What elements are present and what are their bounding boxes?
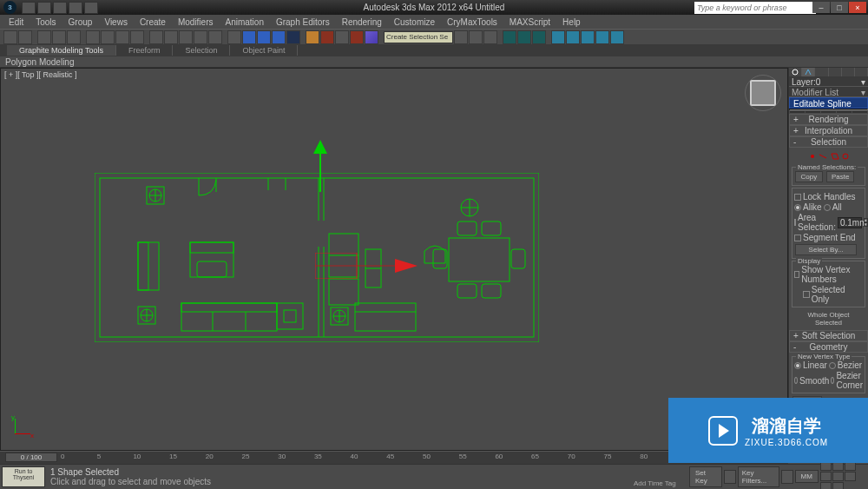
layer-icon[interactable] <box>350 30 364 44</box>
alike-radio[interactable] <box>794 204 801 211</box>
redo-icon[interactable] <box>18 30 32 44</box>
show-vertex-numbers-checkbox[interactable] <box>794 271 799 278</box>
ref-coord-icon[interactable] <box>194 30 207 44</box>
polygon-modeling-label[interactable]: Polygon Modeling <box>0 56 868 68</box>
smooth-radio[interactable] <box>794 377 798 384</box>
menu-modifiers[interactable]: Modifiers <box>173 17 219 28</box>
select-name-icon[interactable] <box>101 30 115 44</box>
spinner-snap-icon[interactable] <box>286 30 300 44</box>
select-icon[interactable] <box>86 30 100 44</box>
scale-icon[interactable] <box>179 30 193 44</box>
close-button[interactable]: × <box>849 2 866 13</box>
select-by-button[interactable]: Select By... <box>795 244 857 255</box>
area-selection-value[interactable]: 0.1mm <box>838 217 862 228</box>
align-icon[interactable] <box>335 30 349 44</box>
slate-icon[interactable] <box>610 30 624 44</box>
qat-redo-icon[interactable] <box>84 2 98 14</box>
fov-icon[interactable] <box>820 472 832 481</box>
menu-edit[interactable]: Edit <box>3 17 29 28</box>
rollout-interpolation[interactable]: +Interpolation <box>789 125 868 136</box>
qat-save-icon[interactable] <box>53 2 67 14</box>
menu-create[interactable]: Create <box>135 17 171 28</box>
tab-create-icon[interactable] <box>789 68 802 76</box>
menu-rendering[interactable]: Rendering <box>337 17 387 28</box>
render-region-icon[interactable] <box>517 30 531 44</box>
qat-undo-icon[interactable] <box>69 2 82 14</box>
tab-modify-icon[interactable] <box>802 68 815 76</box>
snap-toggle-icon[interactable] <box>242 30 256 44</box>
tab-motion-icon[interactable] <box>829 68 842 76</box>
pan-icon[interactable] <box>832 472 844 481</box>
lock-handles-checkbox[interactable] <box>794 194 801 201</box>
time-slider-handle[interactable]: 0 / 100 <box>5 453 57 462</box>
menu-graph-editors[interactable]: Graph Editors <box>271 17 335 28</box>
menu-group[interactable]: Group <box>63 17 98 28</box>
named-sel-icon[interactable] <box>306 30 319 44</box>
schematic-view-icon[interactable] <box>551 30 565 44</box>
tab-object-paint[interactable]: Object Paint <box>230 45 298 56</box>
modifier-list-dropdown[interactable]: Modifier List▾ <box>789 87 868 97</box>
maxscript-listener-button[interactable]: Run to Thyseni <box>2 466 45 487</box>
selection-set-combo[interactable] <box>384 31 453 43</box>
orbit-icon[interactable] <box>845 472 856 481</box>
menu-help[interactable]: Help <box>557 17 586 28</box>
rollout-geometry[interactable]: -Geometry <box>789 341 868 353</box>
rollout-selection[interactable]: -Selection <box>789 136 868 148</box>
tab-hierarchy-icon[interactable] <box>815 68 828 76</box>
tab-freeform[interactable]: Freeform <box>116 45 174 56</box>
tab-graphite-modeling[interactable]: Graphite Modeling Tools <box>7 45 116 56</box>
minimize-button[interactable]: – <box>812 2 830 13</box>
link-icon[interactable] <box>37 30 51 44</box>
show-end-result-icon[interactable] <box>806 111 820 113</box>
curve-editor-icon[interactable] <box>365 30 378 44</box>
key-filters-button[interactable]: Key Filters... <box>738 466 779 487</box>
menu-maxscript[interactable]: MAXScript <box>504 17 556 28</box>
tab-display-icon[interactable] <box>842 68 855 76</box>
maximize-viewport-icon[interactable] <box>820 482 832 489</box>
pin-stack-icon[interactable] <box>790 111 805 113</box>
add-time-tag-button[interactable]: Add Time Tag <box>634 479 676 487</box>
app-icon[interactable]: 3 <box>3 1 16 14</box>
tab-utilities-icon[interactable] <box>855 68 868 76</box>
render-frame-icon[interactable] <box>483 30 497 44</box>
render-icon[interactable] <box>503 30 516 44</box>
tab-selection[interactable]: Selection <box>173 45 230 56</box>
area-selection-checkbox[interactable] <box>794 219 796 226</box>
angle-snap-icon[interactable] <box>257 30 271 44</box>
move-icon[interactable] <box>149 30 163 44</box>
gizmo-y-arrow-icon[interactable] <box>312 140 329 192</box>
container-icon[interactable] <box>595 30 609 44</box>
help-search-input[interactable] <box>694 2 816 14</box>
unlink-icon[interactable] <box>52 30 66 44</box>
qat-new-icon[interactable] <box>22 2 36 14</box>
viewcube-face-icon[interactable] <box>750 80 776 106</box>
segment-end-checkbox[interactable] <box>794 235 801 241</box>
configure-sets-icon[interactable] <box>852 111 867 113</box>
maximize-button[interactable]: □ <box>831 2 848 13</box>
viewcube[interactable] <box>746 76 780 110</box>
menu-animation[interactable]: Animation <box>220 17 268 28</box>
remove-modifier-icon[interactable] <box>837 111 852 113</box>
mirror-icon[interactable] <box>320 30 334 44</box>
menu-customize[interactable]: Customize <box>389 17 440 28</box>
layer-dropdown-icon[interactable]: ▾ <box>861 77 865 85</box>
qat-open-icon[interactable] <box>37 2 51 14</box>
layer-row[interactable]: Layer:0 ▾ <box>789 76 868 87</box>
set-key-button[interactable]: Set Key <box>689 466 722 487</box>
area-spinner[interactable]: ▴▾ <box>864 218 868 227</box>
selected-only-checkbox[interactable] <box>803 291 810 298</box>
paste-button[interactable]: Paste <box>826 171 854 182</box>
manipulate-icon[interactable] <box>227 30 241 44</box>
rotate-icon[interactable] <box>164 30 178 44</box>
gizmo-x-arrow-icon[interactable] <box>315 253 419 279</box>
modifier-stack-item-editable-spline[interactable]: Editable Spline <box>789 97 868 109</box>
rollout-rendering[interactable]: +Rendering <box>789 114 868 125</box>
pivot-icon[interactable] <box>208 30 222 44</box>
key-mode-icon[interactable] <box>724 470 736 484</box>
percent-snap-icon[interactable] <box>272 30 286 44</box>
make-unique-icon[interactable] <box>821 111 836 113</box>
menu-views[interactable]: Views <box>99 17 133 28</box>
render-last-icon[interactable] <box>532 30 546 44</box>
copy-button[interactable]: Copy <box>795 171 823 182</box>
menu-tools[interactable]: Tools <box>30 17 61 28</box>
